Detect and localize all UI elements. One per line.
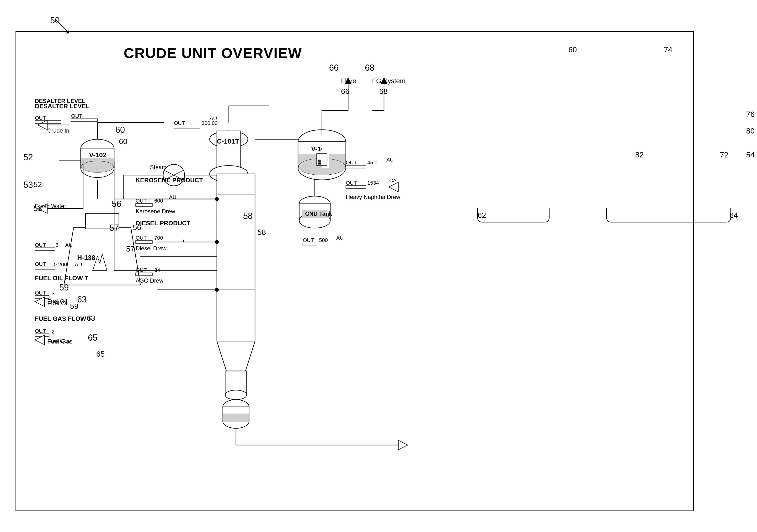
svg-text:60: 60 — [119, 137, 128, 146]
svg-text:45.0: 45.0 — [367, 160, 378, 166]
svg-text:OUT: OUT — [136, 235, 147, 241]
svg-rect-151 — [303, 243, 317, 246]
ref-66: 66 — [329, 63, 339, 73]
svg-text:Heavy Naphtha Drew: Heavy Naphtha Drew — [346, 194, 401, 200]
svg-text:OUT: OUT — [35, 115, 46, 121]
ref-52: 52 — [23, 152, 33, 163]
ref-65: 65 — [88, 333, 98, 343]
svg-rect-145 — [346, 186, 366, 188]
ref-76: 76 — [746, 110, 755, 119]
svg-line-0 — [55, 19, 68, 32]
svg-text:AU: AU — [75, 262, 82, 267]
svg-point-12 — [81, 161, 114, 172]
svg-text:58: 58 — [257, 228, 266, 236]
svg-text:OUT: OUT — [174, 120, 185, 126]
svg-text:1534: 1534 — [367, 180, 379, 186]
svg-text:700: 700 — [154, 235, 163, 241]
svg-text:▓: ▓ — [318, 159, 321, 165]
ref-82: 82 — [635, 150, 644, 159]
svg-text:OUT: OUT — [35, 328, 46, 334]
svg-text:AU: AU — [210, 115, 217, 121]
svg-text:3: 3 — [51, 291, 54, 297]
svg-marker-68 — [398, 440, 408, 450]
svg-text:65: 65 — [96, 350, 105, 358]
svg-text:V-102: V-102 — [89, 151, 106, 159]
svg-marker-148 — [389, 182, 398, 192]
fuel-gas-label: Fuel Gas — [47, 337, 71, 344]
svg-text:Diesel Drew: Diesel Drew — [136, 245, 167, 252]
svg-text:34: 34 — [154, 267, 160, 273]
ref-63: 63 — [77, 295, 87, 304]
ref-72: 72 — [720, 150, 728, 159]
svg-text:AU: AU — [386, 157, 394, 163]
ref-57: 57 — [109, 223, 119, 233]
ref-68: 68 — [365, 63, 375, 73]
svg-text:FUEL OIL FLOW T: FUEL OIL FLOW T — [35, 274, 88, 282]
svg-text:AU: AU — [336, 235, 344, 241]
ref-80: 80 — [746, 127, 755, 136]
svg-text:Flare: Flare — [341, 77, 356, 84]
ref-58: 58 — [243, 211, 253, 221]
ref-74: 74 — [664, 46, 673, 54]
ref-56: 56 — [112, 199, 121, 209]
svg-text:66: 66 — [341, 87, 349, 96]
svg-rect-139 — [346, 165, 366, 168]
hmi-window: 60 74 ①⑭ Texas Plant ◇ ◁ ▷ ◁▲ ▷▲ □ ⊡ ✕ — [473, 60, 743, 203]
svg-text:OUT: OUT — [35, 290, 46, 296]
svg-text:FUEL GAS FLOW T: FUEL GAS FLOW T — [35, 315, 92, 322]
svg-text:DIESEL PRODUCT: DIESEL PRODUCT — [136, 220, 190, 227]
svg-text:OUT: OUT — [346, 160, 357, 166]
svg-point-61 — [225, 390, 247, 400]
ref-60: 60 — [115, 125, 125, 135]
brace-svg — [473, 205, 743, 225]
svg-text:FG System: FG System — [372, 77, 406, 84]
fresh-water-label: Fresh Water — [35, 203, 66, 209]
svg-text:57: 57 — [126, 245, 135, 253]
svg-text:CA: CA — [389, 177, 397, 183]
svg-text:C-101T: C-101T — [217, 138, 239, 145]
svg-text:OUT: OUT — [303, 237, 314, 243]
svg-text:3: 3 — [56, 242, 58, 248]
svg-text:68: 68 — [379, 87, 388, 96]
svg-rect-88 — [136, 203, 152, 206]
svg-text:OUT: OUT — [136, 267, 147, 273]
svg-rect-18 — [71, 119, 98, 122]
svg-text:OUT: OUT — [346, 180, 357, 186]
svg-text:52: 52 — [33, 180, 42, 189]
svg-rect-53 — [217, 174, 255, 341]
svg-text:63: 63 — [87, 314, 95, 323]
svg-rect-30 — [35, 248, 55, 251]
svg-text:CND Tank: CND Tank — [305, 210, 332, 217]
svg-marker-2 — [38, 120, 47, 130]
svg-text:OUT: OUT — [35, 261, 46, 267]
crude-in-label: Crude In — [47, 127, 69, 134]
svg-text:OUT: OUT — [35, 242, 46, 248]
ref-59: 59 — [59, 283, 69, 293]
fuel-oil-label: Fuel Oil — [47, 298, 67, 305]
svg-text:OUT: OUT — [71, 113, 82, 119]
svg-text:AGO Drew: AGO Drew — [136, 277, 164, 284]
svg-text:OUT: OUT — [136, 198, 147, 204]
svg-rect-65 — [223, 414, 249, 422]
desalter-level-label: DESALTER LEVEL — [35, 98, 85, 105]
svg-text:Steam: Steam — [150, 164, 167, 170]
svg-text:500: 500 — [319, 237, 328, 243]
svg-marker-59 — [217, 341, 255, 371]
svg-rect-94 — [136, 240, 152, 243]
svg-text:KEROSENE PRODUCT: KEROSENE PRODUCT — [136, 176, 203, 184]
svg-rect-73 — [174, 126, 200, 129]
ref-53: 53 — [23, 180, 33, 190]
ref-61: 60 — [568, 46, 577, 54]
svg-text:AU: AU — [65, 242, 73, 248]
ref-54: 54 — [746, 150, 755, 159]
svg-text:H-138: H-138 — [77, 254, 95, 261]
svg-text:Kerosene Drew: Kerosene Drew — [136, 208, 175, 214]
svg-text:2: 2 — [51, 329, 54, 335]
svg-text:-0.200: -0.200 — [52, 262, 67, 267]
